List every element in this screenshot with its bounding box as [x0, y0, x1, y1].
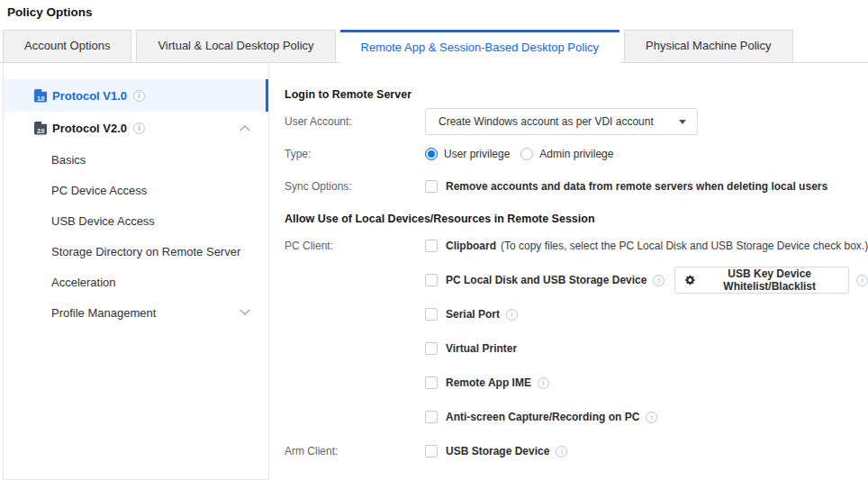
checkbox-label: Anti-screen Capture/Recording on PC	[446, 411, 639, 423]
checkbox-label: Clipboard	[446, 240, 496, 252]
button-label: USB Key Device Whitelist/Blacklist	[701, 267, 838, 293]
tab-remote-app-session-desktop-policy[interactable]: Remote App & Session-Based Desktop Polic…	[340, 30, 619, 63]
sidebar: 1.0 Protocol V1.0 2.0 Protocol V2.0 Basi…	[3, 63, 269, 480]
remote-app-ime-checkbox[interactable]	[425, 376, 438, 389]
sidebar-item-label: Profile Management	[51, 306, 156, 320]
info-icon[interactable]	[133, 90, 145, 102]
policy-options-page: Policy Options Account Options Virtual &…	[0, 0, 868, 480]
protocol-v2-icon: 2.0	[34, 122, 47, 135]
section-heading-devices: Allow Use of Local Devices/Resources in …	[285, 213, 868, 225]
radio-label: Admin privilege	[539, 148, 613, 160]
checkbox-label: USB Storage Device	[446, 445, 549, 457]
device-row-arm-usb-storage: Arm Client: USB Storage Device	[285, 434, 868, 468]
caret-down-icon	[679, 120, 686, 124]
device-row-serial-port: Serial Port	[285, 297, 868, 331]
sidebar-item-storage-directory[interactable]: Storage Directory on Remote Server	[4, 236, 268, 267]
tab-physical-machine-policy[interactable]: Physical Machine Policy	[624, 30, 792, 62]
sync-options-row: Sync Options: Remove accounts and data f…	[285, 180, 868, 193]
radio-selected-icon	[425, 148, 438, 160]
pc-local-disk-checkbox[interactable]	[425, 274, 438, 286]
radio-admin-privilege[interactable]: Admin privilege	[520, 148, 613, 160]
sidebar-item-basics[interactable]: Basics	[4, 144, 268, 175]
arm-client-label: Arm Client:	[285, 445, 425, 457]
chevron-up-icon[interactable]	[240, 125, 249, 135]
type-row: Type: User privilege Admin privilege	[285, 148, 868, 160]
radio-label: User privilege	[444, 148, 510, 160]
sidebar-item-profile-management[interactable]: Profile Management	[4, 297, 268, 328]
chevron-down-icon[interactable]	[240, 305, 249, 315]
serial-port-checkbox[interactable]	[425, 308, 438, 321]
sidebar-item-label: Basics	[51, 153, 86, 167]
sidebar-item-label: Protocol V1.0	[52, 89, 127, 103]
type-label: Type:	[285, 148, 425, 160]
checkbox-label: Remove accounts and data from remote ser…	[446, 180, 827, 193]
info-icon[interactable]	[506, 309, 518, 321]
device-row-virtual-printer: Virtual Printer	[285, 331, 868, 366]
usb-key-whitelist-button[interactable]: USB Key Device Whitelist/Blacklist	[674, 267, 849, 294]
user-account-row: User Account: Create Windows account as …	[285, 108, 868, 135]
info-icon[interactable]	[646, 412, 657, 423]
protocol-v1-icon: 1.0	[34, 89, 47, 103]
sync-options-label: Sync Options:	[285, 180, 425, 193]
anti-screen-capture-checkbox[interactable]	[425, 411, 438, 423]
user-account-select[interactable]: Create Windows account as per VDI accoun…	[425, 108, 698, 135]
checkbox-label: Serial Port	[446, 308, 500, 321]
info-icon[interactable]	[556, 446, 567, 457]
tab-virtual-local-desktop-policy[interactable]: Virtual & Local Desktop Policy	[136, 30, 335, 62]
sidebar-item-label: Storage Directory on Remote Server	[51, 245, 240, 258]
radio-unselected-icon	[520, 148, 533, 160]
virtual-printer-checkbox[interactable]	[425, 342, 438, 355]
checkbox-label: PC Local Disk and USB Storage Device	[446, 274, 646, 286]
info-icon[interactable]	[538, 377, 549, 389]
checkbox-label: Remote App IME	[446, 376, 531, 389]
section-heading-login: Login to Remote Server	[285, 88, 868, 101]
sidebar-item-label: PC Device Access	[51, 184, 147, 197]
sidebar-item-protocol-v1[interactable]: 1.0 Protocol V1.0	[4, 79, 268, 112]
device-row-clipboard: PC Client: Clipboard (To copy files, sel…	[285, 229, 868, 263]
protocol-v2-badge: 2.0	[37, 128, 44, 135]
sidebar-item-acceleration[interactable]: Acceleration	[4, 267, 268, 297]
device-rows: PC Client: Clipboard (To copy files, sel…	[285, 229, 868, 468]
clipboard-hint: (To copy files, select the PC Local Disk…	[501, 240, 868, 252]
sidebar-item-pc-device-access[interactable]: PC Device Access	[4, 175, 268, 205]
info-icon[interactable]	[653, 275, 665, 286]
user-account-label: User Account:	[285, 115, 425, 128]
tab-account-options[interactable]: Account Options	[3, 30, 131, 62]
protocol-v1-badge: 1.0	[37, 95, 44, 103]
page-title: Policy Options	[0, 0, 868, 30]
main-panel: Login to Remote Server User Account: Cre…	[269, 63, 868, 480]
device-row-pc-local-disk: PC Local Disk and USB Storage Device USB…	[285, 263, 868, 297]
sidebar-item-label: USB Device Access	[51, 214, 155, 228]
sync-remove-accounts-checkbox[interactable]	[425, 180, 438, 193]
user-account-select-value: Create Windows account as per VDI accoun…	[439, 115, 679, 128]
sidebar-item-usb-device-access[interactable]: USB Device Access	[4, 205, 268, 236]
sidebar-item-label: Protocol V2.0	[52, 122, 127, 135]
device-row-remote-app-ime: Remote App IME	[285, 366, 868, 400]
sidebar-item-label: Acceleration	[51, 276, 116, 289]
info-icon[interactable]	[856, 275, 868, 286]
arm-usb-storage-checkbox[interactable]	[425, 445, 438, 457]
checkbox-label: Virtual Printer	[446, 342, 517, 355]
pc-client-label: PC Client:	[285, 240, 425, 252]
tab-bar: Account Options Virtual & Local Desktop …	[0, 30, 868, 63]
sidebar-item-protocol-v2[interactable]: 2.0 Protocol V2.0	[4, 112, 268, 144]
info-icon[interactable]	[133, 122, 145, 134]
device-row-anti-screen-capture: Anti-screen Capture/Recording on PC	[285, 400, 868, 434]
radio-user-privilege[interactable]: User privilege	[425, 148, 510, 160]
gear-icon	[685, 274, 695, 286]
clipboard-checkbox[interactable]	[425, 240, 438, 252]
content-area: 1.0 Protocol V1.0 2.0 Protocol V2.0 Basi…	[3, 63, 868, 480]
